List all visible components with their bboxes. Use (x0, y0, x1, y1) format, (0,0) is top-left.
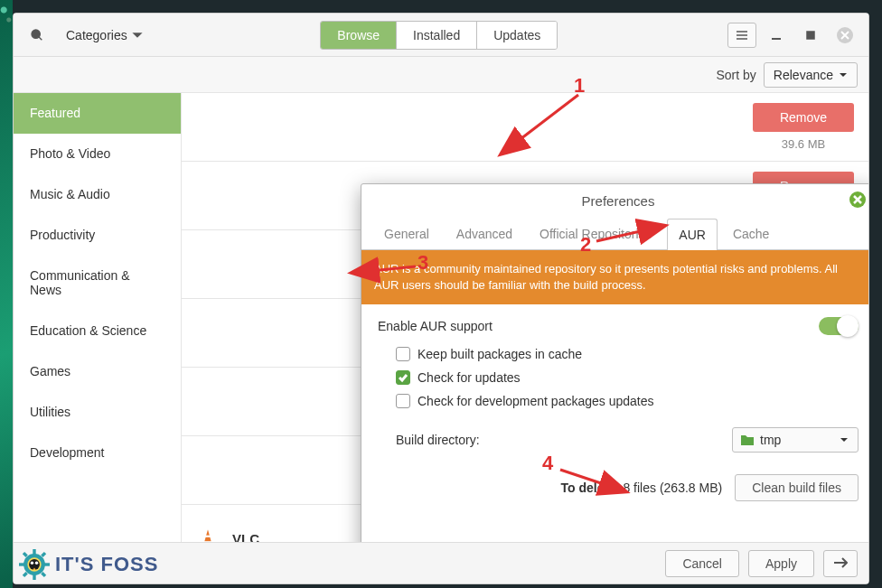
clean-build-files-button[interactable]: Clean build files (735, 474, 859, 501)
sidebar-item-communication-news[interactable]: Communication & News (14, 256, 181, 311)
app-icon (196, 116, 220, 139)
tab-cache[interactable]: Cache (721, 218, 781, 249)
svg-rect-11 (23, 552, 28, 557)
sidebar-item-productivity[interactable]: Productivity (14, 215, 181, 256)
tab-browse[interactable]: Browse (321, 22, 397, 49)
app-icon (196, 527, 220, 543)
app-name: VLC (232, 531, 350, 542)
prefs-tabs: General Advanced Official Repositories A… (361, 218, 868, 249)
build-dir-label: Build directory: (396, 433, 480, 447)
dialog-close-button[interactable] (849, 191, 866, 208)
svg-point-18 (35, 562, 38, 565)
search-button[interactable] (23, 23, 52, 48)
gear-icon (19, 549, 50, 580)
svg-point-17 (31, 562, 33, 565)
tab-general[interactable]: General (372, 218, 441, 249)
close-icon (853, 195, 862, 204)
arrow-right-icon (833, 557, 848, 568)
check-updates-label: Check for updates (418, 370, 521, 385)
sidebar-item-education-science[interactable]: Education & Science (14, 311, 181, 351)
categories-label: Categories (66, 28, 127, 42)
close-icon (837, 27, 853, 43)
sidebar-item-music-audio[interactable]: Music & Audio (14, 174, 181, 215)
categories-dropdown[interactable]: Categories (59, 24, 151, 46)
cancel-button[interactable]: Cancel (665, 550, 739, 577)
app-size: 39.6 MB (782, 137, 825, 151)
titlebar: Categories Browse Installed Updates (14, 14, 868, 57)
minimize-icon (769, 28, 783, 42)
sidebar-item-development[interactable]: Development (14, 433, 181, 473)
aur-warning: AUR is a community maintained repository… (361, 250, 868, 304)
maximize-icon (803, 28, 818, 42)
forward-button[interactable] (823, 550, 858, 577)
sidebar-item-featured[interactable]: Featured (14, 93, 181, 134)
sort-value: Relevance (774, 68, 833, 82)
tab-installed[interactable]: Installed (397, 22, 477, 49)
chevron-down-icon (131, 29, 144, 42)
sidebar-item-photo-video[interactable]: Photo & Video (14, 134, 181, 174)
svg-point-0 (32, 30, 40, 38)
close-window-button[interactable] (830, 23, 859, 48)
search-icon (30, 28, 44, 42)
hamburger-icon (735, 28, 749, 42)
apply-button[interactable]: Apply (748, 550, 814, 577)
check-updates-checkbox[interactable] (396, 370, 410, 385)
folder-icon (740, 434, 755, 446)
keep-cache-label: Keep built packages in cache (418, 347, 582, 361)
svg-rect-5 (203, 541, 212, 542)
check-dev-updates-checkbox[interactable] (396, 394, 410, 408)
preferences-dialog: Preferences General Advanced Official Re… (361, 183, 868, 542)
svg-rect-9 (19, 563, 25, 565)
vlc-cone-icon (196, 527, 220, 543)
chevron-down-icon (839, 70, 848, 79)
itsfoss-logo: IT'S FOSS (19, 549, 158, 580)
keep-cache-checkbox[interactable] (396, 347, 410, 361)
tab-official-repos[interactable]: Official Repositories (528, 218, 663, 249)
svg-rect-7 (33, 549, 35, 555)
svg-rect-10 (43, 563, 50, 565)
enable-aur-label: Enable AUR support (378, 319, 493, 333)
sidebar-item-utilities[interactable]: Utilities (14, 392, 181, 433)
table-row[interactable]: Remove 39.6 MB (182, 93, 868, 162)
svg-rect-3 (807, 32, 814, 39)
view-segmented-control: Browse Installed Updates (320, 21, 558, 50)
sort-by-label: Sort by (716, 68, 755, 82)
maximize-button[interactable] (796, 23, 825, 48)
dialog-title: Preferences (361, 184, 868, 218)
tab-advanced[interactable]: Advanced (445, 218, 524, 249)
chevron-down-icon (840, 435, 849, 444)
sidebar-item-games[interactable]: Games (14, 351, 181, 392)
sidebar: Featured Photo & Video Music & Audio Pro… (14, 93, 182, 542)
svg-line-1 (39, 37, 42, 40)
tab-aur[interactable]: AUR (667, 219, 718, 250)
svg-rect-13 (23, 572, 28, 577)
svg-rect-4 (204, 535, 211, 537)
remove-button[interactable]: Remove (753, 103, 854, 132)
to-delete-info: To delete: 8 files (263.8 MB) (560, 481, 722, 495)
tab-updates[interactable]: Updates (477, 22, 557, 49)
enable-aur-switch[interactable] (819, 317, 859, 335)
check-dev-updates-label: Check for development packages updates (418, 394, 654, 408)
svg-rect-14 (41, 572, 46, 577)
sort-by-combo[interactable]: Relevance (764, 62, 858, 88)
build-dir-combo[interactable]: tmp (732, 427, 859, 453)
minimize-button[interactable] (762, 23, 791, 48)
svg-rect-12 (41, 552, 46, 557)
hamburger-menu-button[interactable] (727, 23, 756, 48)
sort-bar: Sort by Relevance (14, 57, 868, 93)
svg-rect-8 (33, 574, 35, 580)
